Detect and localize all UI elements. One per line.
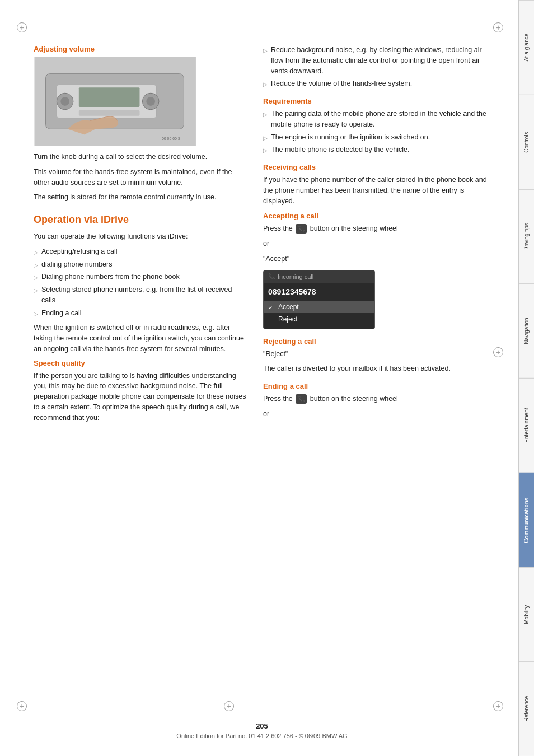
idrive-bullet-text-2: dialing phone numbers xyxy=(41,259,112,270)
idrive-bullet-text-5: Ending a call xyxy=(41,308,82,319)
accept-checkmark xyxy=(268,304,275,310)
adjusting-volume-heading: Adjusting volume xyxy=(34,45,246,53)
accepting-call-section: Accepting a call Press the 📞 button on t… xyxy=(263,212,490,329)
dashboard-svg: 00 05 00 S xyxy=(34,57,195,146)
accept-option[interactable]: Accept xyxy=(264,301,374,313)
rejecting-call-quote: "Reject" xyxy=(263,349,490,360)
accepting-call-line: Press the 📞 button on the steering wheel xyxy=(263,223,490,234)
reject-checkmark xyxy=(268,316,275,323)
adjusting-volume-body3: The setting is stored for the remote con… xyxy=(34,192,246,203)
bullet-arrow-4: ▷ xyxy=(34,286,38,295)
rejecting-call-body: The caller is diverted to your mailbox i… xyxy=(263,363,490,374)
incoming-call-header: 📞 Incoming call xyxy=(264,270,374,283)
tab-communications[interactable]: Communications xyxy=(519,473,534,567)
right-column: ▷ Reduce background noise, e.g. by closi… xyxy=(263,45,490,716)
ending-call-section: Ending a call Press the 📞 button on the … xyxy=(263,382,490,419)
right-bullets: ▷ Reduce background noise, e.g. by closi… xyxy=(263,45,490,89)
incoming-call-number: 08912345678 xyxy=(264,283,374,298)
main-content: Adjusting volume xyxy=(0,0,518,756)
rejecting-call-heading: Rejecting a call xyxy=(263,337,490,346)
rejecting-call-section: Rejecting a call "Reject" The caller is … xyxy=(263,337,490,375)
idrive-body: When the ignition is switched off or in … xyxy=(34,323,246,354)
requirements-heading: Requirements xyxy=(263,97,490,105)
reject-label: Reject xyxy=(278,315,297,323)
svg-rect-7 xyxy=(79,87,140,107)
adjusting-volume-body1: Turn the knob during a call to select th… xyxy=(34,152,246,162)
ending-call-heading: Ending a call xyxy=(263,382,490,390)
req-arrow-2: ▷ xyxy=(263,134,268,142)
idrive-bullet-text-4: Selecting stored phone numbers, e.g. fro… xyxy=(41,284,246,306)
req-bullet-1: ▷ The pairing data of the mobile phone a… xyxy=(263,109,490,130)
car-dashboard-image: 00 05 00 S xyxy=(34,57,196,146)
ending-call-line2: button on the steering wheel xyxy=(310,395,398,403)
receiving-calls-heading: Receiving calls xyxy=(263,163,490,171)
speech-quality-body: If the person you are talking to is havi… xyxy=(34,371,246,423)
req-arrow-1: ▷ xyxy=(263,110,268,119)
req-bullet-text-1: The pairing data of the mobile phone are… xyxy=(271,109,490,130)
tab-entertainment[interactable]: Entertainment xyxy=(519,378,534,473)
req-bullet-3: ▷ The mobile phone is detected by the ve… xyxy=(263,144,490,155)
operation-idrive-heading: Operation via iDrive xyxy=(34,214,246,226)
bullet-arrow-5: ▷ xyxy=(34,310,38,318)
right-bullet-2: ▷ Reduce the volume of the hands-free sy… xyxy=(263,78,490,89)
bullet-arrow-3: ▷ xyxy=(34,273,38,282)
side-tabs: At a glance Controls Driving tips Naviga… xyxy=(518,0,534,756)
idrive-bullet-3: ▷ Dialing phone numbers from the phone b… xyxy=(34,272,246,282)
receiving-calls-section: Receiving calls If you have the phone nu… xyxy=(263,163,490,206)
tab-mobility[interactable]: Mobility xyxy=(519,567,534,662)
operation-idrive-section: Operation via iDrive You can operate the… xyxy=(34,214,246,354)
ending-call-line1: Press the xyxy=(263,395,293,403)
right-bullet-text-2: Reduce the volume of the hands-free syst… xyxy=(271,78,412,89)
tab-driving-tips[interactable]: Driving tips xyxy=(519,189,534,284)
phone-icon-accept: 📞 xyxy=(296,224,307,234)
tab-reference[interactable]: Reference xyxy=(519,661,534,756)
accepting-call-line2: button on the steering wheel xyxy=(310,225,398,232)
idrive-bullets: ▷ Accepting/refusing a call ▷ dialing ph… xyxy=(34,246,246,319)
speech-quality-section: Speech quality If the person you are tal… xyxy=(34,359,246,423)
req-bullet-text-3: The mobile phone is detected by the vehi… xyxy=(271,144,409,155)
svg-point-4 xyxy=(60,97,69,106)
right-bullet-text-1: Reduce background noise, e.g. by closing… xyxy=(271,45,490,76)
req-arrow-3: ▷ xyxy=(263,146,268,155)
incoming-call-options: Accept Reject xyxy=(264,298,374,329)
idrive-bullet-1: ▷ Accepting/refusing a call xyxy=(34,246,246,257)
accepting-call-quote: "Accept" xyxy=(263,254,490,264)
incoming-call-screen: 📞 Incoming call 08912345678 Accept R xyxy=(263,270,375,329)
page-number: 205 xyxy=(34,722,490,730)
right-arrow-2: ▷ xyxy=(263,80,268,88)
idrive-bullet-5: ▷ Ending a call xyxy=(34,308,246,319)
tab-controls[interactable]: Controls xyxy=(519,95,534,189)
adjusting-volume-body2: This volume for the hands-free system is… xyxy=(34,167,246,188)
adjusting-volume-section: Adjusting volume xyxy=(34,45,246,203)
accepting-call-or: or xyxy=(263,239,490,249)
idrive-bullet-text-1: Accepting/refusing a call xyxy=(41,246,118,257)
operation-idrive-intro: You can operate the following functions … xyxy=(34,231,246,242)
accepting-call-heading: Accepting a call xyxy=(263,212,490,220)
accept-label: Accept xyxy=(278,303,299,311)
idrive-bullet-4: ▷ Selecting stored phone numbers, e.g. f… xyxy=(34,284,246,306)
req-bullet-text-2: The engine is running or the ignition is… xyxy=(271,132,430,143)
svg-rect-8 xyxy=(79,110,140,116)
tab-at-a-glance[interactable]: At a glance xyxy=(519,0,534,95)
bullet-arrow-2: ▷ xyxy=(34,261,38,269)
tab-navigation[interactable]: Navigation xyxy=(519,283,534,378)
ending-call-line: Press the 📞 button on the steering wheel xyxy=(263,394,490,404)
idrive-bullet-2: ▷ dialing phone numbers xyxy=(34,259,246,270)
phone-icon-end: 📞 xyxy=(296,394,307,404)
accepting-call-line1: Press the xyxy=(263,225,293,232)
requirements-bullets: ▷ The pairing data of the mobile phone a… xyxy=(263,109,490,155)
reject-option[interactable]: Reject xyxy=(264,313,374,325)
footer-text: Online Edition for Part no. 01 41 2 602 … xyxy=(34,732,490,739)
right-bullet-1: ▷ Reduce background noise, e.g. by closi… xyxy=(263,45,490,76)
svg-point-6 xyxy=(146,97,155,106)
left-column: Adjusting volume xyxy=(34,45,246,716)
receiving-calls-body: If you have the phone number of the call… xyxy=(263,175,490,206)
speech-quality-heading: Speech quality xyxy=(34,359,246,367)
ending-call-or: or xyxy=(263,409,490,419)
req-bullet-2: ▷ The engine is running or the ignition … xyxy=(263,132,490,143)
svg-text:00 05 00 S: 00 05 00 S xyxy=(162,137,181,141)
phone-icon-small: 📞 xyxy=(268,273,275,279)
page-footer: 205 Online Edition for Part no. 01 41 2 … xyxy=(34,716,490,756)
incoming-call-header-text: Incoming call xyxy=(278,273,313,280)
idrive-bullet-text-3: Dialing phone numbers from the phone boo… xyxy=(41,272,180,282)
